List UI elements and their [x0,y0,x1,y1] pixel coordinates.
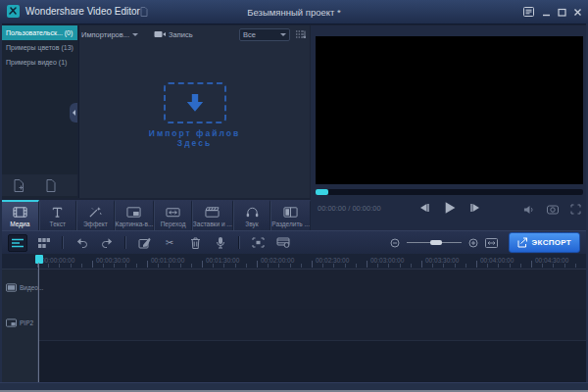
timecode: 00:00:00 / 00:00:00 [318,204,381,213]
timeline-ruler[interactable]: 00:00:00:00 00:00:30:00 00:01:00:00 00:0… [2,254,586,270]
zoom-slider[interactable] [407,240,462,245]
import-dropdown-label: Импортиров... [81,30,129,39]
minimize-icon[interactable] [540,6,553,18]
tab-sound[interactable]: Звук [233,200,271,230]
transition-icon [166,206,180,219]
menu-icon[interactable] [522,6,535,18]
transport-buttons [418,201,480,215]
storyboard-view-icon[interactable] [35,235,53,251]
tab-intro[interactable]: Заставки и ... [192,200,233,230]
track-label: PIP2 [20,319,33,326]
tab-transition[interactable]: Переход [154,200,192,230]
timeline-playhead[interactable] [35,255,43,264]
scissors-icon[interactable]: ✂ [161,235,178,251]
chevron-down-icon [132,33,138,36]
close-icon[interactable] [571,6,584,18]
export-label: ЭКСПОРТ [532,238,571,247]
dropzone-caption-line1: Импорт файлов [79,128,310,138]
seek-playhead-handle[interactable] [316,189,328,195]
undo-icon[interactable] [73,235,90,251]
track-header-pip[interactable]: PIP2 [6,318,33,327]
library-item-sample-colors[interactable]: Примеры цветов (13) [2,40,77,55]
playback-controls: 00:00:00 / 00:00:00 [316,198,583,228]
frame-marker-icon[interactable] [249,235,267,251]
edit-icon[interactable] [135,235,153,251]
track-label: Видео... [20,284,43,291]
tab-effect[interactable]: Эффект [76,200,115,230]
library-item-sample-video[interactable]: Примеры видео (1) [2,55,77,70]
record-icon [154,30,166,38]
ruler-tick-label: 00:00:30:00 [96,257,129,264]
pip-track-icon [6,318,17,327]
video-track-icon [6,283,17,292]
tab-label: Переход [161,220,186,227]
library-footer [2,174,77,196]
preview-panel: 00:00:00 / 00:00:00 [311,25,586,230]
ruler-tick-label: 00:01:00:00 [151,257,184,264]
seek-bar[interactable] [316,189,583,195]
clapperboard-icon [205,206,220,219]
tab-label: Медиа [10,220,29,227]
fit-timeline-icon[interactable] [485,238,498,248]
record-button[interactable]: Запись [154,30,193,39]
app-window: Wondershare Video Editor Безымянный прое… [0,0,588,392]
tab-label: Разделить ... [271,220,310,227]
collapse-panel-button[interactable] [70,103,77,122]
ruler-tick-label: 00:04:00:00 [480,257,514,264]
export-icon [517,237,528,248]
maximize-icon[interactable] [556,6,568,18]
tab-text[interactable]: Текст [39,200,77,230]
thumbnail-view-icon[interactable] [295,29,306,39]
track-video[interactable] [38,270,586,310]
ruler-tick-label: 00:03:00:00 [370,257,404,264]
playhead-line[interactable] [38,263,39,382]
library-item-custom[interactable]: Пользовательск... (0) [2,25,77,40]
add-file-icon[interactable] [14,179,24,192]
picture-in-picture-icon [126,206,141,219]
fullscreen-icon[interactable] [570,204,581,215]
tab-pip[interactable]: Картинка-в... [115,200,155,230]
toolbar-divider [238,236,240,249]
chevron-left-icon [73,110,75,116]
video-display [316,36,583,184]
import-dropdown[interactable]: Импортиров... [81,30,138,39]
import-files-dropzone[interactable]: Импорт файлов Здесь [79,82,310,148]
timeline-view-icon[interactable] [8,234,27,252]
tab-media[interactable]: Медиа [2,200,39,230]
tab-label: Картинка-в... [116,220,154,227]
previous-frame-icon[interactable] [418,203,429,213]
redo-icon[interactable] [98,235,116,251]
media-library-sidebar: Пользовательск... (0) Примеры цветов (13… [2,25,77,198]
tab-label: Заставки и ... [193,220,232,227]
headphones-icon [245,206,260,219]
audio-mixer-icon[interactable] [274,235,292,251]
preview-tools [523,204,581,215]
titlebar: Wondershare Video Editor Безымянный прое… [0,0,588,24]
next-frame-icon[interactable] [469,203,480,213]
trash-icon[interactable] [186,235,204,251]
play-icon[interactable] [443,201,456,215]
ruler-tick-label: 00:02:00:00 [261,257,294,264]
zoom-out-icon[interactable] [390,238,400,248]
media-icon [13,206,27,219]
snapshot-icon[interactable] [547,205,559,215]
tab-label: Текст [50,220,66,227]
file-icon[interactable] [46,179,56,192]
ruler-tick-label: 00:02:30:00 [316,257,349,264]
volume-icon[interactable] [523,205,535,215]
tab-label: Звук [245,220,258,227]
media-panel: Импортиров... Запись Все Импорт [78,25,310,198]
ruler-tick-label: 00:00:00:00 [41,257,74,264]
window-bottom-border [0,382,588,392]
zoom-slider-handle[interactable] [430,240,442,245]
filter-select[interactable]: Все [239,28,290,41]
tab-split[interactable]: Разделить ... [270,200,311,230]
drop-box [164,82,226,123]
microphone-icon[interactable] [212,235,229,251]
timeline-tracks: Видео... PIP2 [2,270,586,382]
media-toolbar: Импортиров... Запись Все [79,25,310,43]
export-button[interactable]: ЭКСПОРТ [509,232,580,253]
track-pip[interactable] [38,309,586,341]
project-title: Безымянный проект * [0,7,588,18]
zoom-in-icon[interactable] [468,238,478,248]
